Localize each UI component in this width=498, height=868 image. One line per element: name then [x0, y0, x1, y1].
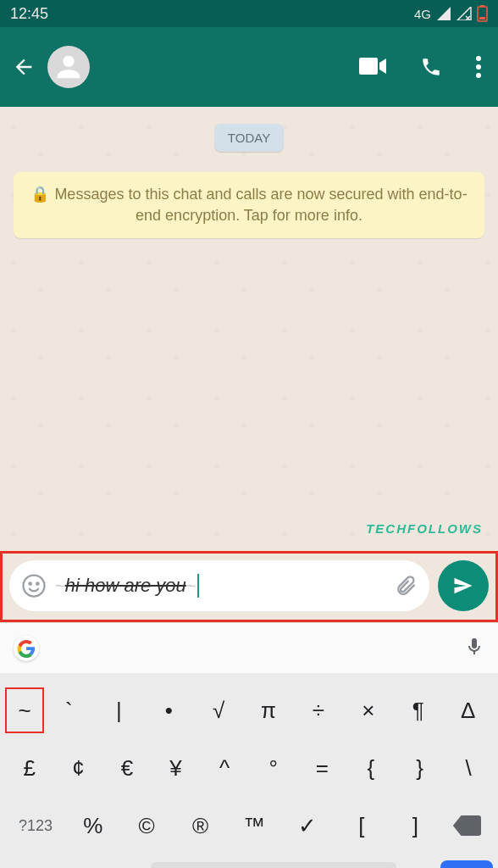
key-right-angle[interactable]: > — [400, 858, 437, 868]
back-icon[interactable] — [12, 55, 36, 79]
key-space[interactable]: English — [151, 862, 396, 868]
battery-icon — [477, 5, 488, 22]
lock-icon: 🔒 — [30, 186, 49, 203]
chat-messages-area[interactable]: TODAY 🔒Messages to this chat and calls a… — [0, 107, 498, 551]
voice-call-icon[interactable] — [420, 56, 442, 78]
key-euro[interactable]: € — [102, 745, 152, 791]
key-switch-123[interactable]: ?123 — [5, 803, 66, 849]
status-bar: 12:45 4G — [0, 0, 498, 27]
keyboard-row-4: ABC < 1 23 4 English > — [5, 854, 493, 868]
network-type: 4G — [414, 7, 431, 21]
message-input[interactable]: ~hi how are you~ — [55, 574, 385, 598]
status-indicators: 4G — [414, 5, 488, 22]
header-actions — [359, 56, 490, 78]
keyboard-row-3: ?123 % © ® ™ ✓ [ ] — [5, 797, 493, 854]
emoji-icon[interactable] — [21, 573, 47, 598]
encryption-text: Messages to this chat and calls are now … — [54, 186, 467, 224]
key-tilde[interactable]: ~ — [5, 687, 44, 733]
tilde-prefix: ~ — [55, 576, 65, 596]
keyboard-suggestion-bar — [0, 622, 498, 673]
key-left-angle[interactable]: < — [69, 858, 107, 868]
key-trademark[interactable]: ™ — [227, 803, 280, 849]
message-input-section: ~hi how are you~ — [0, 551, 498, 622]
more-icon[interactable] — [476, 56, 481, 78]
send-button[interactable] — [438, 560, 489, 611]
keyboard-row-2: £ ¢ € ¥ ^ ° = { } \ — [5, 739, 493, 797]
svg-point-7 — [476, 73, 481, 78]
message-input-container: ~hi how are you~ — [9, 560, 429, 611]
svg-point-6 — [476, 64, 481, 70]
key-equals[interactable]: = — [298, 745, 347, 791]
text-cursor — [197, 574, 199, 598]
key-rbracket[interactable]: ] — [389, 803, 442, 849]
key-backslash[interactable]: \ — [444, 745, 493, 791]
key-caret[interactable]: ^ — [200, 745, 249, 791]
svg-rect-2 — [479, 17, 485, 19]
key-copyright[interactable]: © — [119, 803, 173, 849]
key-multiply[interactable]: × — [343, 687, 393, 733]
key-yen[interactable]: ¥ — [152, 745, 201, 791]
backspace-icon — [453, 815, 482, 837]
key-pipe[interactable]: | — [94, 687, 144, 733]
keyboard-row-1: ~ ` | • √ π ÷ × ¶ Δ — [5, 682, 493, 739]
svg-rect-1 — [480, 5, 484, 7]
avatar[interactable] — [47, 46, 90, 88]
key-numeric[interactable]: 1 23 4 — [110, 858, 147, 868]
tilde-suffix: ~ — [186, 576, 196, 596]
key-registered[interactable]: ® — [174, 803, 227, 849]
message-content: hi how are you — [65, 575, 186, 597]
google-icon[interactable] — [14, 636, 39, 661]
video-call-icon[interactable] — [359, 56, 386, 76]
key-pound[interactable]: £ — [5, 745, 54, 791]
signal-icon-2 — [456, 7, 472, 20]
key-pi[interactable]: π — [244, 687, 294, 733]
key-bullet[interactable]: • — [144, 687, 194, 733]
key-lbracket[interactable]: [ — [335, 803, 388, 849]
svg-point-5 — [476, 56, 481, 61]
status-time: 12:45 — [10, 5, 48, 23]
key-pilcrow[interactable]: ¶ — [393, 687, 443, 733]
key-sqrt[interactable]: √ — [194, 687, 244, 733]
signal-icon — [436, 7, 451, 20]
key-rbrace[interactable]: } — [396, 745, 445, 791]
attach-icon[interactable] — [394, 574, 418, 598]
svg-point-3 — [63, 56, 74, 67]
key-abc[interactable]: ABC — [5, 858, 66, 868]
svg-point-9 — [29, 582, 31, 585]
key-degree[interactable]: ° — [249, 745, 298, 791]
key-backtick[interactable]: ` — [44, 687, 94, 733]
key-check[interactable]: ✓ — [281, 803, 335, 849]
encryption-notice[interactable]: 🔒Messages to this chat and calls are now… — [14, 172, 484, 238]
person-icon — [52, 50, 86, 84]
key-cent[interactable]: ¢ — [54, 745, 103, 791]
key-delta[interactable]: Δ — [443, 687, 493, 733]
key-divide[interactable]: ÷ — [293, 687, 343, 733]
date-separator: TODAY — [214, 124, 284, 152]
chat-header — [0, 27, 498, 107]
keyboard: ~ ` | • √ π ÷ × ¶ Δ £ ¢ € ¥ ^ ° = { } \ … — [0, 673, 498, 868]
svg-point-8 — [24, 576, 45, 597]
svg-rect-4 — [359, 58, 378, 75]
send-icon — [451, 574, 475, 598]
key-percent[interactable]: % — [66, 803, 119, 849]
key-enter[interactable] — [440, 860, 493, 868]
key-lbrace[interactable]: { — [346, 745, 396, 791]
key-backspace[interactable] — [442, 803, 493, 849]
watermark: TECHFOLLOWS — [366, 521, 483, 536]
svg-point-10 — [36, 582, 39, 585]
mic-icon[interactable] — [464, 634, 484, 663]
